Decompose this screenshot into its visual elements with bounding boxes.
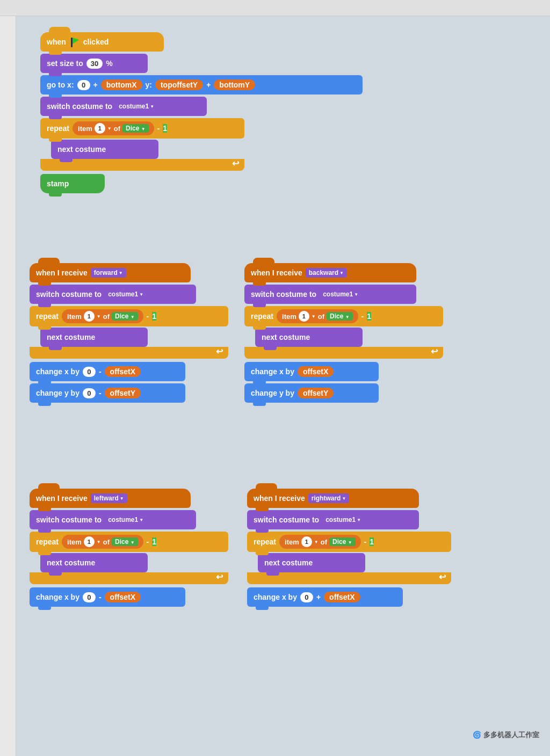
offsetY-b[interactable]: offsetY [298, 388, 334, 398]
dice-dd-l[interactable]: Dice ▼ [112, 537, 138, 546]
watermark: 🌀 多多机器人工作室 [473, 730, 539, 740]
minus-lbl-f: - [147, 312, 149, 321]
next-costume-r[interactable]: next costume [258, 553, 365, 572]
block-change-x-r[interactable]: change x by 0 + offsetX [247, 587, 403, 607]
costume1-dd-f[interactable]: costume1 ▼ [105, 289, 147, 299]
block-switch-costume1[interactable]: switch costume to costume1 ▼ [40, 97, 207, 116]
minus-val-1[interactable]: 1 [163, 124, 167, 133]
item-oval-l[interactable]: item 1 ▼ of Dice ▼ [62, 535, 143, 549]
size-value[interactable]: 30 [86, 59, 103, 69]
item-oval-f[interactable]: item 1 ▼ of Dice ▼ [62, 309, 143, 323]
stamp-label: stamp [47, 179, 69, 188]
loop-body-l: next costume [40, 553, 228, 572]
offsetX-l[interactable]: offsetX [105, 592, 141, 602]
costume1-dd-r[interactable]: costume1 ▼ [322, 515, 364, 525]
group-forward: when I receive forward ▼ switch costume … [30, 263, 228, 403]
group-leftward: when I receive leftward ▼ switch costume… [30, 489, 228, 607]
repeat-block-r: repeat item 1 ▼ of Dice ▼ - 1 next costu… [247, 532, 451, 584]
next-costume-label-1: next costume [57, 145, 106, 154]
group-rightward: when I receive rightward ▼ switch costum… [247, 489, 451, 607]
offsetX-b[interactable]: offsetX [298, 366, 334, 377]
item-oval-b[interactable]: item 1 ▼ of Dice ▼ [277, 309, 358, 323]
block-when-clicked[interactable]: when clicked [40, 32, 164, 52]
rightward-dropdown[interactable]: rightward ▼ [308, 493, 350, 503]
block-when-rightward[interactable]: when I receive rightward ▼ [247, 489, 419, 508]
dice-arrow-1: ▼ [141, 127, 146, 132]
dice-dd-1[interactable]: Dice ▼ [122, 124, 149, 133]
dropdown-arrow: ▼ [150, 104, 154, 109]
group-backward: when I receive backward ▼ switch costume… [244, 263, 443, 403]
y-label: y: [146, 81, 152, 89]
block-change-x-l[interactable]: change x by 0 - offsetX [30, 587, 185, 607]
sw-c-label-f: switch costume to [36, 290, 102, 299]
block-switch-costume-l[interactable]: switch costume to costume1 ▼ [30, 510, 196, 529]
pct-label: % [106, 59, 112, 68]
of-lbl-f: of [103, 312, 110, 321]
loop-body-1: next costume [51, 139, 363, 159]
block-when-backward[interactable]: when I receive backward ▼ [244, 263, 416, 282]
repeat-block-f: repeat item 1 ▼ of Dice ▼ - 1 next costu… [30, 306, 228, 359]
forward-dropdown[interactable]: forward ▼ [91, 268, 126, 278]
goto-x-label: go to x: [47, 81, 74, 89]
next-costume-f[interactable]: next costume [40, 328, 148, 347]
costume1-dropdown[interactable]: costume1 ▼ [115, 101, 157, 111]
goto-zero[interactable]: 0 [77, 80, 90, 90]
backward-dropdown[interactable]: backward ▼ [306, 268, 347, 278]
costume1-dd-l[interactable]: costume1 ▼ [105, 515, 147, 525]
block-when-forward[interactable]: when I receive forward ▼ [30, 263, 191, 282]
repeat-header-r[interactable]: repeat item 1 ▼ of Dice ▼ - 1 [247, 532, 451, 552]
next-costume-l[interactable]: next costume [40, 553, 148, 572]
dice-dd-f[interactable]: Dice ▼ [112, 312, 138, 321]
switch-costume-label: switch costume to [47, 102, 112, 111]
leftward-dropdown[interactable]: leftward ▼ [91, 493, 127, 503]
block-when-leftward[interactable]: when I receive leftward ▼ [30, 489, 191, 508]
topoffsetY-pill[interactable]: topoffsetY [155, 79, 203, 90]
item-oval-1[interactable]: item 1 ▼ of Dice ▼ [73, 121, 154, 135]
svg-marker-1 [73, 38, 79, 44]
block-set-size[interactable]: set size to 30 % [40, 54, 148, 73]
block-switch-costume-r[interactable]: switch costume to costume1 ▼ [247, 510, 419, 529]
block-goto[interactable]: go to x: 0 + bottomX y: topoffsetY + bot… [40, 75, 363, 95]
block-switch-costume-b[interactable]: switch costume to costume1 ▼ [244, 285, 416, 304]
block-change-y-b[interactable]: change y by offsetY [244, 383, 379, 403]
repeat-block-1: repeat item 1 ▼ of Dice ▼ - 1 next costu [40, 118, 363, 171]
dice-dd-r[interactable]: Dice ▼ [329, 537, 356, 546]
minus-val-f[interactable]: 1 [152, 312, 156, 321]
when-receive-b: when I receive [251, 268, 302, 277]
block-next-costume-1[interactable]: next costume [51, 140, 158, 159]
repeat-header-f[interactable]: repeat item 1 ▼ of Dice ▼ - 1 [30, 306, 228, 326]
offsetX-f[interactable]: offsetX [105, 366, 141, 377]
loop-body-r: next costume [258, 553, 451, 572]
offsetY-f[interactable]: offsetY [105, 388, 141, 398]
next-costume-b[interactable]: next costume [255, 328, 363, 347]
block-switch-costume-f[interactable]: switch costume to costume1 ▼ [30, 285, 196, 304]
loop-arrow-1: ↩ [232, 158, 239, 169]
group-when-clicked: when clicked set size to 30 % go to x: 0… [40, 32, 363, 193]
set-size-label: set size to [47, 59, 83, 68]
repeat-header-l[interactable]: repeat item 1 ▼ of Dice ▼ - 1 [30, 532, 228, 552]
bottomX-pill[interactable]: bottomX [101, 79, 142, 90]
dice-dd-b[interactable]: Dice ▼ [327, 312, 353, 321]
item-num-f[interactable]: 1 [84, 311, 95, 322]
item-oval-r[interactable]: item 1 ▼ of Dice ▼ [279, 535, 361, 549]
repeat-block-b: repeat item 1 ▼ of Dice ▼ - 1 next costu… [244, 306, 443, 359]
flag-icon [69, 37, 80, 47]
clicked-label: clicked [83, 38, 108, 46]
offsetX-r[interactable]: offsetX [324, 592, 360, 602]
block-change-y-f[interactable]: change y by 0 - offsetY [30, 383, 185, 403]
plus1: + [93, 81, 98, 89]
block-stamp[interactable]: stamp [40, 174, 105, 193]
item-label-1: item [78, 125, 92, 133]
bottomY-pill[interactable]: bottomY [214, 79, 255, 90]
item-num-1[interactable]: 1 [95, 123, 105, 134]
block-change-x-b[interactable]: change x by offsetX [244, 362, 379, 381]
forward-arr: ▼ [119, 271, 123, 275]
repeat-header-b[interactable]: repeat item 1 ▼ of Dice ▼ - 1 [244, 306, 443, 326]
repeat-header-1[interactable]: repeat item 1 ▼ of Dice ▼ - 1 [40, 118, 244, 139]
when-receive-f: when I receive [36, 268, 88, 277]
repeat-lbl-f: repeat [36, 312, 59, 321]
costume1-dd-b[interactable]: costume1 ▼ [320, 289, 361, 299]
when-label: when [47, 38, 66, 46]
block-change-x-f[interactable]: change x by 0 - offsetX [30, 362, 185, 381]
item-lbl-f: item [67, 312, 82, 321]
